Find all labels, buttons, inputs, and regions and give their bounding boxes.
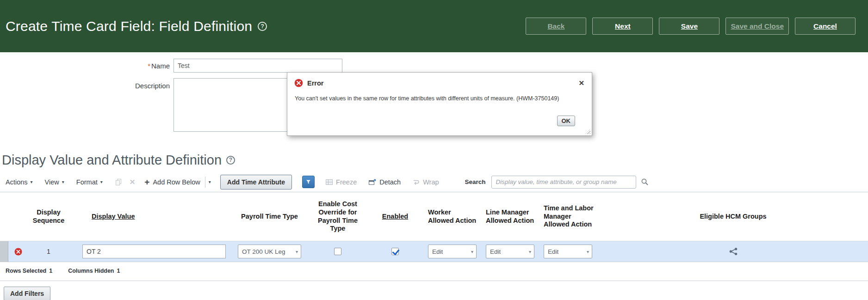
share-icon[interactable]: [729, 247, 738, 256]
column-header-empty: [0, 192, 8, 241]
required-marker: *: [148, 62, 150, 70]
duplicate-icon[interactable]: [115, 178, 122, 186]
column-header-payroll-time-type[interactable]: Payroll Time Type: [231, 192, 308, 241]
column-header-display-value[interactable]: Display Value: [69, 192, 231, 241]
delete-icon[interactable]: ✕: [130, 178, 136, 186]
freeze-button[interactable]: Freeze: [326, 178, 357, 186]
table-summary: Rows Selected 1 Columns Hidden 1: [0, 262, 868, 274]
enabled-checkbox[interactable]: [391, 248, 399, 255]
divider: [205, 177, 205, 188]
worker-allowed-action-cell: Edit ▾: [422, 241, 480, 262]
chevron-down-icon: ▾: [31, 179, 33, 184]
table-header-row: Display Sequence Display Value Payroll T…: [0, 192, 868, 241]
enable-cost-override-cell: [308, 241, 368, 262]
save-and-close-button[interactable]: Save and Close: [725, 18, 789, 35]
column-header-eligible-hcm-groups[interactable]: Eligible HCM Groups: [598, 192, 868, 241]
search-icon[interactable]: [641, 178, 649, 186]
section-title-text: Display Value and Attribute Definition: [2, 151, 222, 169]
rows-selected-label: Rows Selected: [6, 268, 46, 274]
display-value-cell: [69, 241, 231, 262]
chevron-down-icon: ▾: [100, 179, 103, 184]
cancel-button[interactable]: Cancel: [795, 18, 856, 35]
add-row-split-chevron-icon[interactable]: ▾: [209, 179, 211, 184]
enable-cost-override-checkbox[interactable]: [334, 248, 341, 255]
line-manager-allowed-action-cell: Edit ▾: [480, 241, 538, 262]
name-row: *Name: [0, 59, 416, 73]
chevron-down-icon: ▾: [294, 249, 301, 254]
ok-button[interactable]: OK: [557, 116, 576, 126]
help-icon[interactable]: ?: [258, 22, 267, 31]
save-button[interactable]: Save: [659, 18, 719, 35]
name-input[interactable]: [174, 59, 342, 73]
display-value-section: Display Value and Attribute Definition ?…: [0, 151, 868, 300]
format-menu[interactable]: Format▾: [76, 178, 103, 186]
detach-icon: [369, 179, 376, 185]
column-header-worker-allowed-action[interactable]: Worker Allowed Action: [422, 192, 480, 241]
name-label-text: Name: [151, 62, 170, 70]
filter-icon: [305, 178, 311, 186]
detach-button[interactable]: Detach: [369, 178, 401, 186]
page-title: Create Time Card Field: Field Definition…: [6, 18, 267, 34]
close-icon[interactable]: ✕: [578, 80, 584, 86]
actions-menu[interactable]: Actions▾: [6, 178, 33, 186]
error-message: You can't set values in the same row for…: [287, 95, 592, 102]
payroll-time-type-cell: OT 200 UK Leg ▾: [231, 241, 308, 262]
error-icon: [294, 79, 303, 87]
add-time-attribute-button[interactable]: Add Time Attribute: [220, 175, 292, 190]
time-labor-manager-allowed-action-select[interactable]: Edit ▾: [544, 245, 592, 258]
column-header-display-sequence[interactable]: Display Sequence: [28, 192, 69, 241]
header-actions: Back Next Save Save and Close Cancel: [526, 18, 856, 35]
description-label: Description: [0, 78, 174, 90]
eligible-hcm-groups-cell: [598, 241, 868, 262]
name-label: *Name: [0, 62, 174, 70]
wrap-icon: [413, 179, 420, 185]
add-row-below-button[interactable]: +Add Row Below: [144, 178, 200, 186]
next-button[interactable]: Next: [592, 18, 653, 35]
display-sequence-cell: 1: [28, 241, 69, 262]
columns-hidden-value: 1: [117, 268, 120, 274]
query-by-example-button[interactable]: [302, 176, 315, 188]
wrap-button[interactable]: Wrap: [413, 178, 439, 186]
table-toolbar: Actions▾ View▾ Format▾ ✕ +Add Row Below …: [0, 172, 868, 192]
column-header-enabled[interactable]: Enabled: [368, 192, 422, 241]
column-header-line-manager-allowed-action[interactable]: Line Manager Allowed Action: [480, 192, 538, 241]
view-menu[interactable]: View▾: [45, 178, 64, 186]
line-manager-allowed-action-select[interactable]: Edit ▾: [486, 245, 534, 258]
back-button[interactable]: Back: [526, 18, 586, 35]
display-value-input[interactable]: [82, 245, 226, 258]
error-dialog-title: Error: [307, 80, 323, 87]
error-dialog: Error ✕ You can't set values in the same…: [287, 72, 592, 136]
table-row[interactable]: 1 OT 200 UK Leg ▾ Edit ▾: [0, 241, 868, 262]
page-header: Create Time Card Field: Field Definition…: [0, 0, 868, 52]
section-title: Display Value and Attribute Definition ?: [0, 151, 868, 169]
row-error-icon: [14, 248, 22, 256]
chevron-down-icon: ▾: [469, 249, 476, 254]
column-header-time-labor-manager-allowed-action[interactable]: Time and Labor Manager Allowed Action: [538, 192, 598, 241]
create-time-card-field-page: Create Time Card Field: Field Definition…: [0, 0, 868, 300]
time-labor-manager-allowed-action-cell: Edit ▾: [538, 241, 598, 262]
plus-icon: +: [144, 178, 149, 186]
chevron-down-icon: ▾: [585, 249, 592, 254]
chevron-down-icon: ▾: [527, 249, 534, 254]
freeze-icon: [326, 179, 333, 185]
payroll-time-type-select[interactable]: OT 200 UK Leg ▾: [238, 245, 301, 258]
columns-hidden-label: Columns Hidden: [68, 268, 114, 274]
column-header-enable-cost-override[interactable]: Enable Cost Override for Payroll Time Ty…: [308, 192, 368, 241]
row-status-cell: [8, 241, 28, 262]
enabled-cell: [368, 241, 422, 262]
chevron-down-icon: ▾: [62, 179, 64, 184]
column-header-row-status: [8, 192, 28, 241]
add-filters-button[interactable]: Add Filters: [4, 287, 50, 300]
row-selector[interactable]: [0, 241, 8, 262]
help-icon[interactable]: ?: [226, 156, 235, 165]
worker-allowed-action-select[interactable]: Edit ▾: [428, 245, 477, 258]
search-input[interactable]: [491, 176, 636, 189]
page-title-text: Create Time Card Field: Field Definition: [6, 18, 252, 34]
divider: [0, 281, 868, 281]
resize-grip-icon[interactable]: [585, 129, 590, 134]
description-label-text: Description: [135, 82, 170, 90]
search-label: Search: [465, 178, 486, 185]
rows-selected-value: 1: [49, 268, 52, 274]
error-dialog-header: Error ✕: [287, 73, 592, 87]
